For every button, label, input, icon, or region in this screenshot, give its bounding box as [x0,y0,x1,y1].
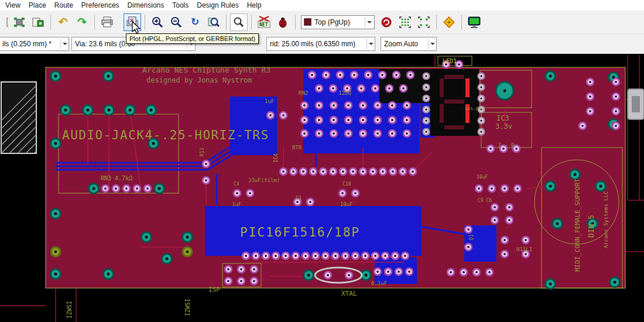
plot-button[interactable] [124,13,141,31]
grid-show-button[interactable] [396,13,414,31]
drill-hole [367,74,369,76]
drill-hole [304,255,307,257]
silkscreen-text: 10uF [340,201,353,207]
drill-hole [303,132,306,135]
silkscreen-text: 1uF [265,98,274,104]
drill-hole [303,119,306,121]
drill-hole [395,74,398,76]
silkscreen-text: 12DQ [338,90,351,96]
drill-hole [253,280,255,282]
drill-hole [376,104,379,107]
silkscreen-text: MIDI_CONN_FEMALE_SUPPORT [574,179,581,272]
chevron-down-icon[interactable] [60,39,68,49]
silkscreen-text: PIC16F1516/18P [240,225,360,239]
drill-hole [240,280,242,282]
grid-style-button[interactable] [415,13,433,31]
menu-preferences[interactable]: Preferences [77,1,124,10]
printer-icon [101,16,114,29]
layer-rotate-icon [381,16,392,28]
drill-hole [333,119,335,121]
drill-hole [294,255,297,257]
drill-hole [589,95,591,98]
drill-hole [402,87,405,90]
drill-hole [353,74,355,76]
menu-tools[interactable]: Tools [168,1,193,10]
drill-hole [314,255,317,257]
zoom-out-icon [170,16,183,29]
drill-hole [309,201,311,203]
menu-dimensions[interactable]: Dimensions [124,1,169,10]
drill-hole [362,132,364,135]
drill-hole [186,236,189,239]
footprint-editor-button[interactable] [11,13,28,31]
pcb-canvas-area[interactable]: Arcano NES Chiptune Synth R3designed by … [0,54,644,322]
drill-hole [104,187,107,190]
zoom-in-button[interactable] [149,13,166,31]
microwave-tools-button[interactable] [440,13,458,31]
zoom-out-button[interactable] [167,13,185,31]
find-button[interactable] [230,13,248,31]
drill-hole [425,86,427,88]
print-button[interactable] [98,13,116,31]
drill-hole [467,228,470,231]
drill-hole [425,75,427,77]
silkscreen-text: H11L1 [516,246,532,252]
cropped-icon[interactable] [2,13,9,31]
drill-hole [205,163,207,165]
menu-place[interactable]: Place [25,1,50,10]
redraw-button[interactable]: ↻ [186,13,204,31]
drill-hole [318,87,320,90]
drill-hole [615,95,617,98]
grid-size-select[interactable]: rid: 25.00 mils (0.6350 mm) [266,37,375,51]
drill-hole [458,63,460,66]
drill-hole [318,119,320,121]
silkscreen-text: Arcano Systems LLC [603,191,609,248]
drill-hole [406,119,408,121]
zoom-select[interactable]: Zoom Auto [381,37,437,51]
chevron-down-icon[interactable] [365,17,373,28]
zoom-fit-button[interactable] [205,13,222,31]
menu-view[interactable]: View [1,1,25,10]
library-browser-button[interactable] [29,13,47,31]
drill-hole [398,270,400,273]
3d-viewer-button[interactable] [465,13,483,31]
track-width-select[interactable]: ils (0.250 mm) * [0,37,69,51]
drill-hole [332,87,334,90]
toolbar-separator [145,15,145,30]
drill-hole [318,132,320,135]
chevron-down-icon[interactable] [366,39,375,49]
diamond-icon [442,15,456,29]
silkscreen-text: R13 [200,148,205,156]
drill-hole [285,255,287,257]
redo-button[interactable]: ↷ [73,13,91,31]
menu-design-rules[interactable]: Design Rules [193,1,242,10]
display-segment [440,78,444,97]
menu-help[interactable]: Help [243,1,266,10]
pcb-drawing[interactable]: Arcano NES Chiptune Synth R3designed by … [0,54,644,322]
drill-hole [391,119,393,121]
drill-hole [491,187,493,190]
netlist-icon: NET [257,15,271,29]
search-icon [232,16,245,29]
chevron-down-icon[interactable] [428,39,436,49]
drill-hole [64,109,67,112]
silkscreen-text: IZWSI [184,299,191,316]
drill-hole [227,268,229,270]
drill-hole [362,119,364,121]
invert-layer-button[interactable] [378,13,395,31]
app-window: ViewPlaceRoutePreferencesDimensionsTools… [0,0,644,322]
menu-route[interactable]: Route [50,1,77,10]
display-segment [440,104,444,123]
silkscreen-text: IZWSI [66,301,73,318]
netlist-button[interactable]: NET [255,13,273,31]
drill-hole [352,170,354,173]
drill-hole [269,114,272,117]
drill-hole [334,255,337,257]
drc-button[interactable] [274,13,292,31]
main-toolbar: ↶ ↷ [0,11,644,34]
undo-button[interactable]: ↶ [54,13,72,31]
layer-selector[interactable]: Top (PgUp) [301,15,375,29]
drill-hole [382,170,384,173]
drill-hole [387,270,389,273]
drill-hole [346,87,348,90]
